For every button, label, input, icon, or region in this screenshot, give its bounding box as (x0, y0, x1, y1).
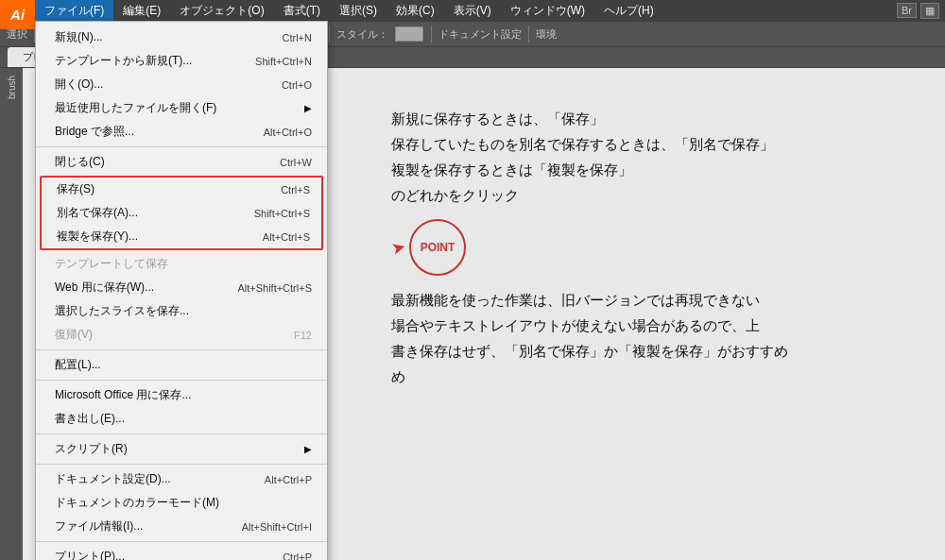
menu-new-template[interactable]: テンプレートから新規(T)... Shift+Ctrl+N (36, 49, 327, 73)
menu-save-slices-label: 選択したスライスを保存... (55, 303, 189, 319)
menu-open[interactable]: 開く(O)... Ctrl+O (36, 73, 327, 96)
menu-file-info-shortcut: Alt+Shift+Ctrl+I (242, 521, 312, 533)
menu-ms-office-label: Microsoft Office 用に保存... (55, 387, 191, 403)
menu-file-info-label: ファイル情報(I)... (55, 518, 143, 535)
content-line-3: 複製を保存するときは「複製を保存」 (391, 157, 907, 182)
menu-save-web[interactable]: Web 用に保存(W)... Alt+Shift+Ctrl+S (36, 276, 327, 299)
point-arrow-icon: ➤ (388, 235, 407, 259)
menu-save-copy[interactable]: 複製を保存(Y)... Alt+Ctrl+S (42, 225, 321, 248)
menu-save-slices[interactable]: 選択したスライスを保存... (36, 299, 327, 323)
menu-ms-office[interactable]: Microsoft Office 用に保存... (36, 383, 327, 407)
menu-print[interactable]: プリント(P)... Ctrl+P (36, 545, 327, 560)
toolbar-sep-6 (528, 25, 529, 42)
menu-save-template: テンプレートして保存 (36, 252, 327, 276)
menu-new-template-shortcut: Shift+Ctrl+N (255, 56, 312, 67)
menu-color-mode[interactable]: ドキュメントのカラーモード(M) (36, 491, 327, 515)
save-highlighted-group: 保存(S) Ctrl+S 別名で保存(A)... Shift+Ctrl+S 複製… (40, 176, 323, 250)
menu-scripts[interactable]: スクリプト(R) ▶ (36, 437, 327, 461)
menu-bar-items: ファイル(F) 編集(E) オブジェクト(O) 書式(T) 選択(S) 効果(C… (35, 0, 663, 21)
menu-print-label: プリント(P)... (55, 549, 125, 560)
body-line-3: 書き保存はせず、「別名で保存」か「複製を保存」がおすすめ (391, 338, 907, 364)
content-body-text: 最新機能を使った作業は、旧バージョンでは再現できない 場合やテキストレイアウトが… (391, 287, 907, 389)
point-label: POINT (421, 241, 455, 254)
menu-open-label: 開く(O)... (55, 76, 103, 93)
menu-item-select[interactable]: 選択(S) (330, 0, 387, 21)
menu-save-as[interactable]: 別名で保存(A)... Shift+Ctrl+S (42, 201, 321, 225)
toolbar-sep-4 (329, 25, 330, 42)
menu-new-label: 新規(N)... (55, 29, 103, 45)
menu-doc-setup-shortcut: Alt+Ctrl+P (265, 474, 312, 485)
sep-6 (36, 541, 327, 542)
point-container: ➤ POINT (391, 219, 907, 276)
menu-place[interactable]: 配置(L)... (36, 353, 327, 377)
menu-save-as-shortcut: Shift+Ctrl+S (254, 208, 310, 219)
menu-item-window[interactable]: ウィンドウ(W) (501, 0, 594, 21)
content-text-block: 新規に保存するときは、「保存」 保存していたものを別名で保存するときは、「別名で… (391, 106, 907, 208)
menu-save-copy-shortcut: Alt+Ctrl+S (263, 231, 310, 243)
body-line-2: 場合やテキストレイアウトが使えない場合があるので、上 (391, 313, 907, 338)
menu-export[interactable]: 書き出し(E)... (36, 407, 327, 431)
menu-doc-setup-label: ドキュメント設定(D)... (55, 471, 171, 487)
menu-close[interactable]: 閉じる(C) Ctrl+W (36, 150, 327, 174)
menu-bar: ファイル(F) 編集(E) オブジェクト(O) 書式(T) 選択(S) 効果(C… (0, 0, 945, 21)
sep-1 (36, 146, 327, 147)
menu-export-label: 書き出し(E)... (55, 411, 125, 427)
menu-open-recent[interactable]: 最近使用したファイルを開く(F) ▶ (36, 96, 327, 120)
menu-revert-shortcut: F12 (294, 330, 312, 341)
menu-save-template-label: テンプレートして保存 (55, 256, 168, 272)
top-right-icons: Br ▦ (891, 0, 945, 21)
menu-print-shortcut: Ctrl+P (283, 552, 312, 561)
menu-save-web-label: Web 用に保存(W)... (55, 280, 154, 296)
menu-bridge-shortcut: Alt+Ctrl+O (264, 127, 312, 138)
body-line-4: め (391, 364, 907, 389)
menu-revert: 復帰(V) F12 (36, 323, 327, 347)
content-line-4: のどれかをクリック (391, 182, 907, 208)
env-label[interactable]: 環境 (533, 27, 559, 42)
menu-new-shortcut: Ctrl+N (283, 32, 312, 43)
menu-item-edit[interactable]: 編集(E) (113, 0, 170, 21)
menu-save-label: 保存(S) (57, 181, 94, 197)
menu-item-view[interactable]: 表示(V) (444, 0, 501, 21)
file-dropdown-menu: 新規(N)... Ctrl+N テンプレートから新規(T)... Shift+C… (35, 21, 328, 560)
bridge-icon[interactable]: Br (897, 3, 917, 18)
toolbar-sep-5 (431, 25, 432, 42)
menu-save[interactable]: 保存(S) Ctrl+S (42, 178, 321, 201)
menu-item-text[interactable]: 書式(T) (274, 0, 330, 21)
menu-item-file[interactable]: ファイル(F) (35, 0, 113, 21)
menu-revert-label: 復帰(V) (55, 327, 93, 343)
menu-item-help[interactable]: ヘルプ(H) (594, 0, 663, 21)
content-area: 新規に保存するときは、「保存」 保存していたものを別名で保存するときは、「別名で… (353, 68, 945, 560)
content-line-1: 新規に保存するときは、「保存」 (391, 106, 907, 131)
menu-save-copy-label: 複製を保存(Y)... (57, 229, 138, 245)
menu-bridge-label: Bridge で参照... (55, 124, 134, 140)
point-circle: POINT (409, 219, 466, 276)
menu-doc-setup[interactable]: ドキュメント設定(D)... Alt+Ctrl+P (36, 467, 327, 491)
brush-label: brush (7, 72, 17, 103)
menu-open-recent-label: 最近使用したファイルを開く(F) (55, 100, 216, 116)
menu-file-info[interactable]: ファイル情報(I)... Alt+Shift+Ctrl+I (36, 515, 327, 538)
doc-settings-btn[interactable]: ドキュメント設定 (436, 27, 524, 42)
menu-item-effect[interactable]: 効果(C) (387, 0, 444, 21)
menu-new[interactable]: 新規(N)... Ctrl+N (36, 25, 327, 49)
menu-place-label: 配置(L)... (55, 357, 101, 373)
menu-close-label: 閉じる(C) (55, 154, 105, 170)
sep-5 (36, 464, 327, 465)
sep-2 (36, 349, 327, 350)
menu-open-shortcut: Ctrl+O (282, 79, 312, 91)
menu-bridge[interactable]: Bridge で参照... Alt+Ctrl+O (36, 120, 327, 144)
menu-save-web-shortcut: Alt+Shift+Ctrl+S (237, 282, 312, 294)
sep-3 (36, 380, 327, 381)
menu-close-shortcut: Ctrl+W (280, 157, 312, 168)
style-swatch[interactable] (395, 26, 423, 42)
left-panel: brush (0, 68, 23, 560)
body-line-1: 最新機能を使った作業は、旧バージョンでは再現できない (391, 287, 907, 313)
grid-icon[interactable]: ▦ (920, 3, 939, 19)
menu-scripts-arrow: ▶ (304, 444, 312, 454)
menu-item-object[interactable]: オブジェクト(O) (170, 0, 273, 21)
menu-save-shortcut: Ctrl+S (281, 184, 310, 195)
style-label: スタイル： (334, 27, 391, 42)
menu-scripts-label: スクリプト(R) (55, 441, 128, 457)
content-line-2: 保存していたものを別名で保存するときは、「別名で保存」 (391, 131, 907, 157)
ai-logo: Ai (0, 0, 35, 29)
menu-color-mode-label: ドキュメントのカラーモード(M) (55, 495, 219, 511)
